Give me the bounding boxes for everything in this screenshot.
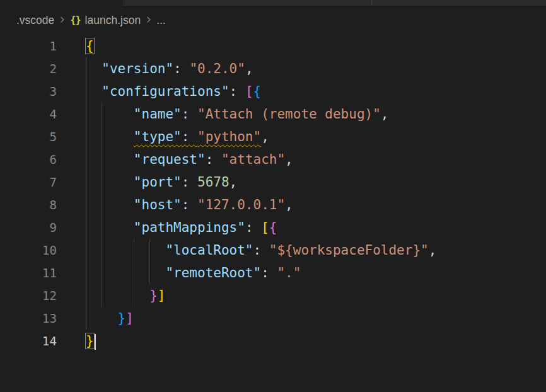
line-number[interactable]: 11 (0, 262, 57, 284)
line-number[interactable]: 13 (0, 307, 57, 330)
code-line[interactable]: 13 }] (0, 307, 546, 330)
code-token (86, 288, 149, 303)
code-text: { (57, 35, 94, 57)
code-token: , (285, 197, 293, 212)
line-number[interactable]: 1 (0, 35, 57, 57)
breadcrumb-folder[interactable]: .vscode (16, 14, 54, 27)
line-number[interactable]: 4 (0, 103, 57, 125)
line-number[interactable]: 6 (0, 148, 57, 171)
code-token: "localRoot" (165, 243, 253, 258)
line-number[interactable]: 10 (0, 239, 57, 262)
line-number[interactable]: 14 (0, 330, 57, 352)
code-token (86, 265, 165, 280)
active-tab-edge[interactable] (0, 0, 124, 6)
warning-squiggle: "type": "python" (134, 129, 261, 144)
code-token: ] (158, 288, 166, 303)
code-text: "type": "python", (57, 125, 269, 148)
code-text: "host": "127.0.0.1", (57, 193, 293, 216)
code-token: "127.0.0.1" (197, 197, 285, 212)
breadcrumb-symbol[interactable]: ... (156, 14, 166, 27)
code-token: , (381, 107, 389, 122)
code-token (86, 197, 134, 212)
code-text: "remoteRoot": "." (57, 262, 301, 284)
code-token: } (118, 311, 126, 326)
code-token: "type" (134, 129, 182, 144)
code-text: "configurations": [{ (57, 80, 261, 103)
code-line[interactable]: 1{ (0, 35, 546, 57)
code-token (86, 152, 134, 167)
chevron-right-icon: › (144, 12, 153, 26)
code-token: : (245, 220, 261, 235)
code-token: : (253, 243, 269, 258)
breadcrumb-file[interactable]: {} launch.json (71, 14, 141, 27)
code-token: : (182, 197, 197, 212)
chevron-right-icon: › (57, 12, 67, 26)
code-token (86, 61, 102, 76)
code-token: "configurations" (102, 84, 229, 99)
code-line[interactable]: 12 }] (0, 284, 546, 307)
code-token (86, 175, 134, 190)
line-number[interactable]: 3 (0, 80, 57, 103)
code-token: : (182, 175, 197, 190)
code-token (86, 107, 134, 122)
code-line[interactable]: 4 "name": "Attach (remote debug)", (0, 103, 546, 125)
code-token (86, 84, 102, 99)
breadcrumb-file-label: launch.json (85, 14, 141, 27)
code-token: , (429, 243, 437, 258)
vscode-window: .vscode › {} launch.json › ... 1{2 "vers… (0, 0, 546, 392)
code-token: "remoteRoot" (165, 265, 261, 280)
code-line[interactable]: 5 "type": "python", (0, 125, 546, 148)
code-token: "port" (134, 175, 182, 190)
editor[interactable]: 1{2 "version": "0.2.0",3 "configurations… (0, 35, 546, 392)
code-token (86, 220, 134, 235)
tab-bar (0, 0, 546, 6)
code-line[interactable]: 10 "localRoot": "${workspaceFolder}", (0, 239, 546, 262)
code-text: }] (57, 307, 134, 330)
code-text: "localRoot": "${workspaceFolder}", (57, 239, 436, 262)
code-line[interactable]: 14} (0, 330, 546, 352)
code-token: : (229, 84, 245, 99)
breadcrumb-bar: .vscode › {} launch.json › ... (0, 6, 546, 35)
code-line[interactable]: 2 "version": "0.2.0", (0, 57, 546, 80)
code-token: { (269, 220, 277, 235)
code-token: "${workspaceFolder}" (269, 243, 429, 258)
code-token: { (86, 38, 94, 54)
code-token: "name" (134, 107, 182, 122)
code-token: , (229, 175, 238, 190)
code-line[interactable]: 9 "pathMappings": [{ (0, 216, 546, 239)
code-token: : (182, 107, 197, 122)
code-token: "attach" (221, 152, 285, 167)
code-token (86, 311, 118, 326)
code-token: { (253, 84, 262, 99)
code-line[interactable]: 3 "configurations": [{ (0, 80, 546, 103)
code-token: ] (125, 311, 134, 326)
code-line[interactable]: 6 "request": "attach", (0, 148, 546, 171)
code-token: "host" (134, 197, 182, 212)
line-number[interactable]: 2 (0, 57, 57, 80)
line-number[interactable]: 5 (0, 125, 57, 148)
code-token: "Attach (remote debug)" (197, 107, 381, 122)
code-line[interactable]: 7 "port": 5678, (0, 171, 546, 193)
line-number[interactable]: 9 (0, 216, 57, 239)
code-token: : (173, 61, 189, 76)
code-token: , (245, 61, 253, 76)
text-cursor (95, 334, 96, 350)
code-token: } (86, 333, 94, 349)
code-token: , (261, 129, 269, 144)
line-number[interactable]: 12 (0, 284, 57, 307)
line-number[interactable]: 7 (0, 171, 57, 193)
code-token: "." (277, 265, 301, 280)
code-token: , (285, 152, 293, 167)
code-line[interactable]: 11 "remoteRoot": "." (0, 262, 546, 284)
tab-separator (371, 0, 372, 6)
code-line[interactable]: 8 "host": "127.0.0.1", (0, 193, 546, 216)
code-token: 5678 (197, 175, 229, 190)
code-text: "pathMappings": [{ (57, 216, 277, 239)
code-text: "version": "0.2.0", (57, 57, 253, 80)
code-token: [ (245, 84, 253, 99)
code-token: : (182, 129, 197, 144)
code-token: : (261, 265, 277, 280)
line-number[interactable]: 8 (0, 193, 57, 216)
code-text: } (57, 330, 96, 352)
code-token (86, 129, 134, 144)
